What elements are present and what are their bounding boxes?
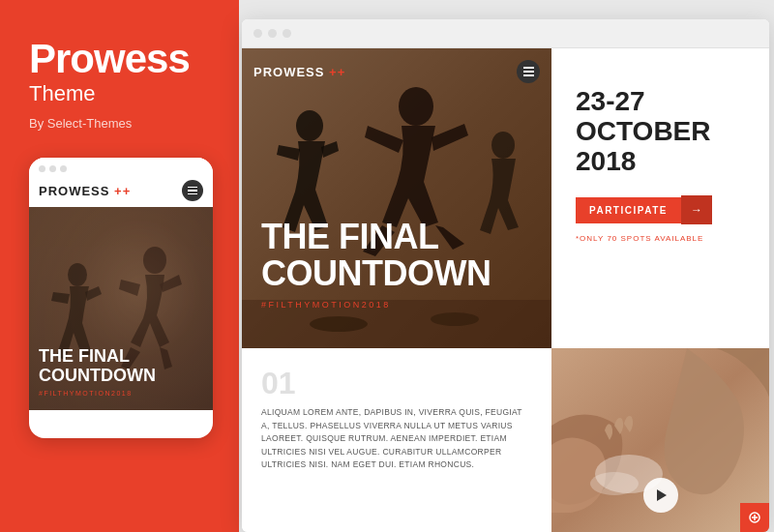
hero-menu-line-2 bbox=[523, 71, 534, 73]
mobile-hero-title: THE FINALCOUNTDOWN bbox=[39, 347, 156, 386]
svg-point-14 bbox=[590, 472, 639, 495]
bottom-row: 01 ALIQUAM LOREM ANTE, DAPIBUS IN, VIVER… bbox=[242, 348, 769, 532]
image-block bbox=[551, 348, 769, 532]
mobile-hero: THE FINALCOUNTDOWN #FILTHYMOTION2018 bbox=[29, 207, 213, 410]
play-icon bbox=[657, 489, 667, 501]
hero-nav: PROWESS ++ bbox=[253, 60, 540, 83]
mobile-hero-text: THE FINALCOUNTDOWN #FILTHYMOTION2018 bbox=[39, 347, 156, 397]
section-number: 01 bbox=[261, 368, 532, 399]
app-byline: By Select-Themes bbox=[29, 116, 210, 131]
image-corner-button[interactable] bbox=[740, 503, 769, 532]
menu-line-1 bbox=[188, 187, 197, 189]
mobile-nav: PROWESS ++ bbox=[29, 180, 213, 207]
content-block: 01 ALIQUAM LOREM ANTE, DAPIBUS IN, VIVER… bbox=[242, 348, 551, 532]
mobile-logo-suffix: ++ bbox=[114, 184, 131, 198]
hero-hashtag: #FILTHYMOTION2018 bbox=[261, 300, 491, 310]
mobile-dot-3 bbox=[60, 165, 67, 172]
mobile-logo: PROWESS ++ bbox=[39, 184, 131, 198]
app-title: Prowess bbox=[29, 39, 210, 79]
info-date: 23-27OCTOBER 2018 bbox=[576, 87, 745, 176]
menu-line-2 bbox=[188, 190, 197, 192]
svg-point-2 bbox=[143, 247, 166, 274]
svg-point-6 bbox=[399, 87, 433, 126]
browser-titlebar bbox=[242, 19, 769, 48]
hero-menu-line-3 bbox=[523, 74, 534, 76]
participate-label[interactable]: PARTICIPATE bbox=[576, 197, 681, 223]
participate-button[interactable]: PARTICIPATE → bbox=[576, 195, 745, 224]
mobile-menu-icon[interactable] bbox=[182, 180, 203, 201]
browser-dot-1 bbox=[253, 29, 262, 38]
content-paragraph: ALIQUAM LOREM ANTE, DAPIBUS IN, VIVERRA … bbox=[261, 406, 532, 472]
corner-icon bbox=[748, 511, 761, 524]
app-subtitle: Theme bbox=[29, 81, 210, 106]
hero-menu-icon[interactable] bbox=[517, 60, 540, 83]
browser-content: PROWESS ++ THE FINALCOUNTDOWN #FILTHYMOT… bbox=[242, 48, 769, 532]
hero-text: THE FINALCOUNTDOWN #FILTHYMOTION2018 bbox=[261, 219, 491, 310]
browser-dot-3 bbox=[283, 29, 291, 38]
hero-menu-line-1 bbox=[523, 67, 534, 69]
mobile-dot-1 bbox=[39, 165, 45, 172]
svg-point-10 bbox=[310, 316, 368, 332]
svg-point-7 bbox=[296, 110, 323, 141]
mobile-mockup: PROWESS ++ bbox=[29, 158, 213, 438]
svg-point-8 bbox=[491, 132, 515, 159]
spots-available-text: *ONLY 70 SPOTS AVAILABLE bbox=[576, 234, 745, 243]
browser-dot-2 bbox=[268, 29, 277, 38]
info-section: 23-27OCTOBER 2018 PARTICIPATE → *ONLY 70… bbox=[551, 48, 769, 348]
hero-main-title: THE FINALCOUNTDOWN bbox=[261, 219, 491, 292]
mobile-dot-2 bbox=[49, 165, 56, 172]
hero-logo-suffix: ++ bbox=[329, 65, 345, 79]
svg-point-11 bbox=[431, 312, 479, 326]
svg-point-3 bbox=[68, 263, 87, 286]
mobile-titlebar bbox=[29, 158, 213, 180]
browser-mockup: PROWESS ++ THE FINALCOUNTDOWN #FILTHYMOT… bbox=[242, 19, 769, 532]
menu-line-3 bbox=[188, 193, 197, 195]
mobile-hero-hashtag: #FILTHYMOTION2018 bbox=[39, 390, 156, 397]
hero-logo: PROWESS ++ bbox=[253, 65, 345, 79]
participate-arrow-icon[interactable]: → bbox=[681, 195, 712, 224]
hero-section: PROWESS ++ THE FINALCOUNTDOWN #FILTHYMOT… bbox=[242, 48, 551, 348]
top-row: PROWESS ++ THE FINALCOUNTDOWN #FILTHYMOT… bbox=[242, 48, 769, 348]
left-panel: Prowess Theme By Select-Themes PROWESS +… bbox=[0, 0, 239, 532]
play-button[interactable] bbox=[643, 478, 678, 513]
